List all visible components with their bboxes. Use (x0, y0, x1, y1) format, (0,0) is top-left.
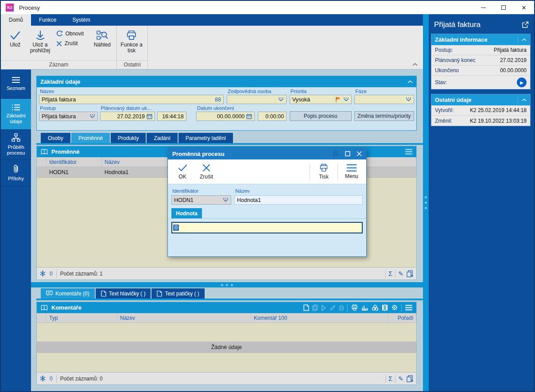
sum-icon[interactable]: Σ (388, 270, 392, 277)
column-typ[interactable]: Typ (47, 313, 117, 322)
copy-add-icon[interactable] (406, 375, 414, 382)
sidebar-item-zakladni-udaje[interactable]: Základní údaje (1, 99, 31, 130)
priority-field[interactable]: Vysoká (290, 95, 352, 104)
tab-komentare[interactable]: Komentáře (0) (41, 288, 95, 299)
phase-field[interactable] (354, 95, 414, 104)
collapse-card-icon[interactable] (522, 98, 527, 101)
end-date-field[interactable]: 00.00.0000 (196, 112, 255, 121)
dropdown-icon[interactable] (223, 198, 229, 202)
tab-text-hlavicky[interactable]: Text hlavičky ( ) (96, 288, 151, 299)
process-description-button[interactable]: Popis procesu (290, 111, 351, 121)
dialog-title: Proměnná procesu (172, 151, 225, 157)
panel-menu-icon[interactable] (405, 149, 413, 155)
horizontal-splitter[interactable] (31, 282, 423, 287)
collapse-ribbon-button[interactable] (412, 61, 418, 67)
column-poradi[interactable]: Pořadí (388, 313, 416, 322)
change-deadline-priority-button[interactable]: Změna termínu/priority (354, 111, 415, 121)
sum-icon[interactable]: Σ (388, 375, 392, 382)
planned-end-time-field[interactable]: 16:44:18 (157, 112, 186, 121)
print-icon[interactable] (351, 304, 358, 311)
ribbon-tab-system[interactable]: Systém (64, 14, 98, 26)
dialog-print-button[interactable]: Tisk (312, 163, 336, 180)
dialog-id-field[interactable]: HODN1 (171, 195, 231, 205)
dialog-ok-button[interactable]: OK (171, 163, 194, 180)
delete-record-icon[interactable] (339, 305, 344, 311)
comments-table-empty-area[interactable]: Žádné údaje (37, 323, 416, 372)
function-print-button[interactable]: Funkce a tisk (119, 27, 144, 60)
dialog-menu-button[interactable]: Menu (340, 164, 364, 179)
edit-record-icon[interactable] (330, 305, 336, 311)
play-record-icon[interactable] (321, 305, 326, 311)
name-field[interactable]: Přijatá faktura 88 (39, 95, 224, 104)
status-play-icon[interactable]: ▶ (517, 78, 527, 87)
dropdown-icon[interactable] (278, 97, 284, 101)
procedure-field[interactable]: Přijatá faktura (39, 112, 98, 121)
value-input[interactable]: 0 (171, 222, 363, 233)
copy-add-icon[interactable] (406, 270, 414, 277)
filter-snowflake-icon[interactable] (39, 270, 46, 277)
tab-label: Komentáře (0) (55, 291, 89, 297)
column-nazev[interactable]: Název (117, 313, 251, 322)
planned-end-date-field[interactable]: 27.02.2019 (100, 112, 155, 121)
dropdown-icon[interactable] (343, 97, 349, 101)
edit-pencil-icon[interactable]: ✎ (398, 375, 403, 382)
dialog-tab-hodnota[interactable]: Hodnota (171, 208, 202, 218)
responsible-field-label: Zodpovědná osoba (227, 87, 287, 95)
ribbon-tab-funkce[interactable]: Funkce (31, 14, 64, 26)
dialog-restore-icon[interactable] (333, 151, 339, 156)
collapse-card-icon[interactable] (522, 38, 527, 41)
dialog-close-icon[interactable] (357, 151, 362, 156)
end-time-field[interactable]: 0:00:00 (258, 112, 287, 121)
preview-label: Náhled (94, 42, 111, 48)
tab-produkty[interactable]: Produkty (111, 133, 146, 143)
dropdown-icon[interactable] (406, 97, 411, 101)
arrow-down-icon (35, 30, 46, 41)
dialog-name-field[interactable]: Hodnota1 (234, 195, 363, 205)
chart-icon[interactable] (361, 304, 368, 311)
card-title: Ostatní údaje (435, 97, 471, 103)
tab-osoby[interactable]: Osoby (41, 133, 70, 143)
copy-record-icon[interactable] (312, 304, 318, 311)
minimize-button[interactable] (473, 1, 493, 14)
preview-button[interactable]: Náhled (90, 27, 115, 60)
close-button[interactable]: ✕ (514, 1, 534, 14)
column-komentar[interactable]: Komentář 100 (251, 313, 388, 322)
panel-menu-icon[interactable] (405, 305, 413, 310)
book-icon (40, 305, 48, 311)
settings-gear-icon[interactable] (391, 304, 398, 311)
info-row: Změnil: K2 19.10.2022 13:03:19 (431, 116, 530, 126)
tab-promenne[interactable]: Proměnné (71, 133, 110, 143)
calendar-icon[interactable] (147, 113, 152, 119)
calendar-icon[interactable] (246, 113, 252, 119)
tab-parametry-ladeni[interactable]: Parametry ladění (178, 133, 233, 143)
sidebar-item-seznam[interactable]: Seznam (1, 70, 31, 99)
tab-zadani[interactable]: Zadání (147, 133, 177, 143)
dialog-cancel-button[interactable]: Zrušit (194, 163, 218, 180)
column-identifikator[interactable]: Identifikátor (47, 157, 102, 167)
gears-icon[interactable] (372, 304, 379, 311)
cancel-button[interactable]: Zrušit (56, 40, 87, 47)
comments-column-header: Typ Název Komentář 100 Pořadí (37, 313, 416, 323)
filter-snowflake-icon[interactable] (39, 375, 46, 382)
responsible-field[interactable] (227, 95, 287, 104)
ribbon-tab-domu[interactable]: Domů (1, 14, 31, 26)
save-button[interactable]: Ulož (3, 27, 27, 60)
sidebar-item-label: Průběh procesu (2, 144, 30, 156)
save-and-view-button[interactable]: Ulož a prohlížej (27, 27, 52, 60)
open-external-icon[interactable] (522, 21, 529, 28)
edit-pencil-icon[interactable]: ✎ (398, 270, 403, 277)
maximize-button[interactable] (493, 1, 514, 14)
vertical-splitter[interactable] (423, 14, 429, 391)
collapse-panel-icon[interactable] (407, 80, 413, 83)
save-label: Ulož (10, 42, 20, 48)
columns-icon[interactable] (382, 304, 388, 311)
info-label: Vytvořil: (435, 107, 454, 113)
dropdown-icon[interactable] (89, 114, 95, 118)
tab-text-paticky[interactable]: Text patičky ( ) (151, 288, 204, 299)
sidebar-item-prilohy[interactable]: Přílohy (1, 160, 31, 186)
sidebar-item-prubeh-procesu[interactable]: Průběh procesu (1, 130, 31, 160)
refresh-button[interactable]: Obnovit (56, 30, 87, 37)
dialog-maximize-icon[interactable] (345, 151, 350, 156)
info-row: Vytvořil: K2 25.02.2019 14:44:18 (431, 105, 530, 116)
new-record-icon[interactable] (303, 304, 309, 311)
